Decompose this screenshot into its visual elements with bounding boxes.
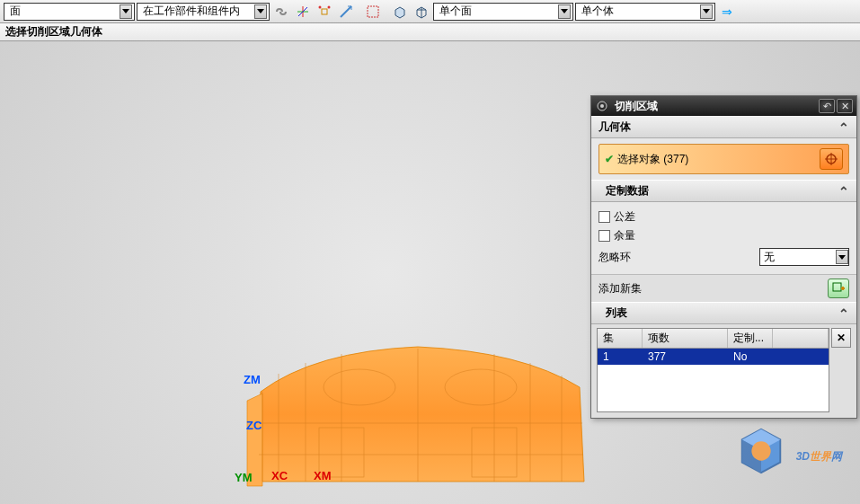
link-icon[interactable] [271,3,291,21]
ignore-loop-combo[interactable]: 无 [759,248,849,266]
checkbox-icon[interactable] [598,211,610,223]
model-preview [243,338,593,504]
svg-rect-6 [368,6,378,17]
chevron-up-icon: ⌃ [838,306,849,321]
table-row[interactable]: 1 377 No [598,349,829,365]
list-section-header[interactable]: 列表 ⌃ [591,302,856,324]
rect-select-icon[interactable] [363,3,383,21]
face-mode-combo[interactable]: 单个面 [433,3,573,21]
table-empty-area [598,365,829,411]
geometry-section-header[interactable]: 几何体 ⌃ [591,116,856,138]
solid-toggle-icon[interactable] [390,3,410,21]
add-new-set-button[interactable] [828,279,849,298]
status-text: 选择切削区域几何体 [5,24,102,40]
scope-combo[interactable]: 在工作部件和组件内 [137,3,270,21]
face-mode-value: 单个面 [439,4,472,19]
close-icon[interactable]: ✕ [837,99,853,113]
sets-table[interactable]: 集 项数 定制... 1 377 No [597,328,829,412]
col-custom[interactable]: 定制... [728,329,773,348]
filter-type-value: 面 [10,4,21,19]
axis-zc-label: ZC [246,419,262,432]
body-mode-value: 单个体 [581,4,614,19]
svg-point-23 [600,104,604,108]
axis-xc-label: XC [271,469,288,482]
scope-value: 在工作部件和组件内 [143,4,240,19]
dialog-titlebar[interactable]: 切削区域 ↶ ✕ [591,96,856,116]
col-set[interactable]: 集 [598,329,643,348]
svg-point-4 [319,5,322,8]
chevron-up-icon: ⌃ [838,120,849,135]
dropdown-icon [120,4,132,19]
tolerance-checkbox-row[interactable]: 公差 [598,208,849,226]
body-mode-combo[interactable]: 单个体 [575,3,715,21]
filter-type-combo[interactable]: 面 [4,3,135,21]
dropdown-icon [836,250,848,264]
svg-rect-3 [322,9,327,14]
dropdown-icon [700,4,713,19]
select-objects-row[interactable]: ✔选择对象 (377) [598,144,849,174]
svg-point-21 [751,441,770,460]
dropdown-icon [254,4,267,19]
col-items[interactable]: 项数 [643,329,728,348]
cut-area-dialog: 切削区域 ↶ ✕ 几何体 ⌃ ✔选择对象 (377) 定制数据 ⌃ 公差 余量 … [590,95,857,419]
dialog-title: 切削区域 [615,99,817,114]
add-new-set-label: 添加新集 [598,281,642,296]
status-bar: 选择切削区域几何体 [0,23,860,41]
ignore-loop-label: 忽略环 [598,250,631,265]
axis-zm-label: ZM [244,373,261,386]
col-empty[interactable] [773,329,829,348]
svg-rect-27 [833,283,841,291]
stock-checkbox-row[interactable]: 余量 [598,226,849,245]
custom-data-header[interactable]: 定制数据 ⌃ [591,180,856,202]
specify-point-button[interactable] [820,148,843,170]
chevron-up-icon: ⌃ [838,184,849,199]
check-icon: ✔ [605,153,614,165]
measure-icon[interactable] [336,3,356,21]
dropdown-icon [558,4,571,19]
checkbox-icon[interactable] [598,230,610,242]
gear-icon [595,99,609,113]
svg-point-5 [328,5,331,8]
apply-arrow-icon[interactable]: ⇒ [717,3,737,21]
axis-xm-label: XM [314,469,332,482]
axis-ym-label: YM [235,471,253,484]
axis-icon[interactable] [293,3,313,21]
undo-icon[interactable]: ↶ [819,99,835,113]
wire-toggle-icon[interactable] [412,3,431,21]
snap-point-icon[interactable] [315,3,334,21]
delete-set-button[interactable]: ✕ [831,328,851,348]
watermark: 3D世界网 [735,425,842,477]
